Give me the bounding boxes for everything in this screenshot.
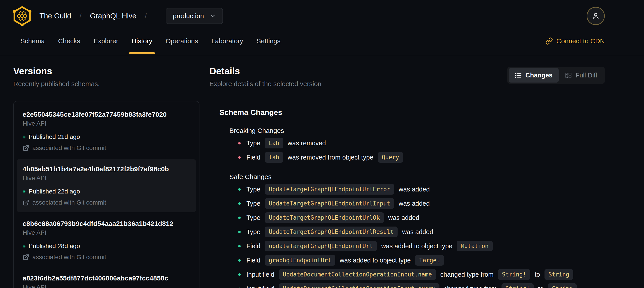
breadcrumb-org[interactable]: The Guild <box>40 12 71 20</box>
tabs: SchemaChecksExplorerHistoryOperationsLab… <box>20 26 294 56</box>
code-chip: String <box>544 269 573 280</box>
change-text: Type <box>246 200 260 207</box>
change-text: Input field <box>246 285 274 288</box>
hive-logo-icon[interactable] <box>12 6 32 26</box>
user-icon <box>591 12 600 21</box>
bullet-icon <box>238 273 241 276</box>
details-header: Details Explore details of the selected … <box>210 66 605 88</box>
breaking-change-item: Fieldlabwas removed from object typeQuer… <box>238 152 605 163</box>
code-chip: UpdateDocumentCollectionOperationInput.n… <box>279 269 436 280</box>
environment-select-value: production <box>173 12 204 20</box>
change-text: Field <box>246 242 260 250</box>
connect-to-cdn-label: Connect to CDN <box>556 37 605 45</box>
version-hash: 4b05ab51b1b4a7e2e4b0ef82172f2b9f7ef98c0b <box>22 165 190 173</box>
version-service: Hive API <box>22 120 190 127</box>
bullet-icon <box>238 231 241 233</box>
change-text: was removed <box>288 140 326 147</box>
code-chip: String! <box>502 283 534 288</box>
code-chip: Lab <box>265 138 283 148</box>
external-link-icon <box>22 254 29 260</box>
list-icon <box>515 72 522 79</box>
details-title: Details <box>210 66 321 77</box>
git-commit-link[interactable]: associated with Git commit <box>22 254 190 261</box>
change-text: to <box>538 285 544 288</box>
safe-change-item: TypeUpdateTargetGraphQLEndpointUrlResult… <box>238 226 605 237</box>
published-ago-label: Published 21d ago <box>28 133 80 140</box>
code-chip: Mutation <box>457 241 492 251</box>
version-status: Published 28d ago <box>22 242 190 250</box>
main-content: Versions Recently published schemas. e2e… <box>0 56 644 288</box>
version-card[interactable]: e2e55045345ce13fe07f52a77459b83fa3fe7020… <box>17 105 196 158</box>
bullet-icon <box>238 156 241 159</box>
version-status: Published 22d ago <box>22 188 190 195</box>
bullet-icon <box>238 259 241 261</box>
tabs-row: SchemaChecksExplorerHistoryOperationsLab… <box>0 26 644 56</box>
view-toggle: Changes Full Diff <box>507 67 605 84</box>
safe-change-item: Input fieldUpdateDocumentCollectionOpera… <box>238 283 605 288</box>
code-chip: UpdateTargetGraphQLEndpointUrlResult <box>265 226 398 237</box>
published-ago-label: Published 22d ago <box>28 188 80 195</box>
safe-changes-title: Safe Changes <box>229 173 605 181</box>
header: The Guild / GraphQL Hive / production Sc… <box>0 0 644 56</box>
change-text: Field <box>246 154 260 161</box>
version-card[interactable]: 4b05ab51b1b4a7e2e4b0ef82172f2b9f7ef98c0b… <box>17 159 196 212</box>
chevron-down-icon <box>210 13 216 19</box>
environment-select[interactable]: production <box>166 8 223 24</box>
breaking-changes-title: Breaking Changes <box>229 127 605 134</box>
version-hash: c8b6e88a06793b9c4dfd54aaa21b36a1b421d812 <box>22 220 190 227</box>
change-text: was added <box>402 228 433 236</box>
git-commit-label: associated with Git commit <box>32 144 106 152</box>
version-hash: e2e55045345ce13fe07f52a77459b83fa3fe7020 <box>22 111 190 118</box>
tab-explorer[interactable]: Explorer <box>94 26 118 56</box>
version-card[interactable]: a823f6db2a55df877dcf406006abca97fcc4858c… <box>17 268 196 288</box>
version-service: Hive API <box>22 229 190 236</box>
versions-subtitle: Recently published schemas. <box>13 80 200 88</box>
code-chip: lab <box>265 152 283 163</box>
change-text: was added <box>388 214 419 221</box>
breadcrumb-separator: / <box>80 12 82 20</box>
tab-settings[interactable]: Settings <box>256 26 280 56</box>
code-chip: String! <box>498 269 530 280</box>
connect-to-cdn-button[interactable]: Connect to CDN <box>546 37 605 45</box>
change-text: was added to object type <box>381 242 452 250</box>
header-top-row: The Guild / GraphQL Hive / production <box>0 0 644 26</box>
user-menu-button[interactable] <box>586 7 605 25</box>
details-heading-block: Details Explore details of the selected … <box>210 66 321 88</box>
change-text: Type <box>246 228 260 236</box>
versions-panel: Versions Recently published schemas. e2e… <box>13 66 200 288</box>
tab-schema[interactable]: Schema <box>20 26 45 56</box>
change-text: was added <box>399 200 430 207</box>
schema-changes-title: Schema Changes <box>220 108 605 117</box>
change-text: changed type from <box>444 285 497 288</box>
published-dot-icon <box>22 190 26 193</box>
code-chip: Query <box>378 152 403 163</box>
git-commit-link[interactable]: associated with Git commit <box>22 144 190 152</box>
bullet-icon <box>238 245 241 247</box>
version-card[interactable]: c8b6e88a06793b9c4dfd54aaa21b36a1b421d812… <box>17 214 196 267</box>
tab-laboratory[interactable]: Laboratory <box>212 26 243 56</box>
git-commit-label: associated with Git commit <box>32 199 106 206</box>
breadcrumb-project[interactable]: GraphQL Hive <box>90 12 136 20</box>
versions-title: Versions <box>13 66 200 77</box>
tab-history[interactable]: History <box>132 26 152 56</box>
safe-change-item: FieldgraphqlEndpointUrlwas added to obje… <box>238 255 605 266</box>
breadcrumb-separator: / <box>145 12 147 20</box>
bullet-icon <box>238 188 241 191</box>
bullet-icon <box>238 142 241 144</box>
safe-change-item: FieldupdateTargetGraphQLEndpointUrlwas a… <box>238 240 605 252</box>
change-text: was added <box>399 186 430 193</box>
schema-changes-section: Schema Changes Breaking Changes TypeLabw… <box>220 108 605 288</box>
full-diff-view-button[interactable]: Full Diff <box>559 68 604 83</box>
version-status: Published 21d ago <box>22 133 190 140</box>
details-subtitle: Explore details of the selected version <box>210 80 321 88</box>
code-chip: UpdateTargetGraphQLEndpointUrlError <box>265 184 394 195</box>
change-text: was removed from object type <box>288 154 374 161</box>
git-commit-link[interactable]: associated with Git commit <box>22 199 190 206</box>
tab-checks[interactable]: Checks <box>58 26 80 56</box>
published-ago-label: Published 28d ago <box>28 242 80 250</box>
changes-view-button[interactable]: Changes <box>508 68 559 83</box>
code-chip: updateTargetGraphQLEndpointUrl <box>265 241 377 251</box>
bullet-icon <box>238 216 241 219</box>
tab-operations[interactable]: Operations <box>166 26 198 56</box>
external-link-icon <box>22 199 29 206</box>
